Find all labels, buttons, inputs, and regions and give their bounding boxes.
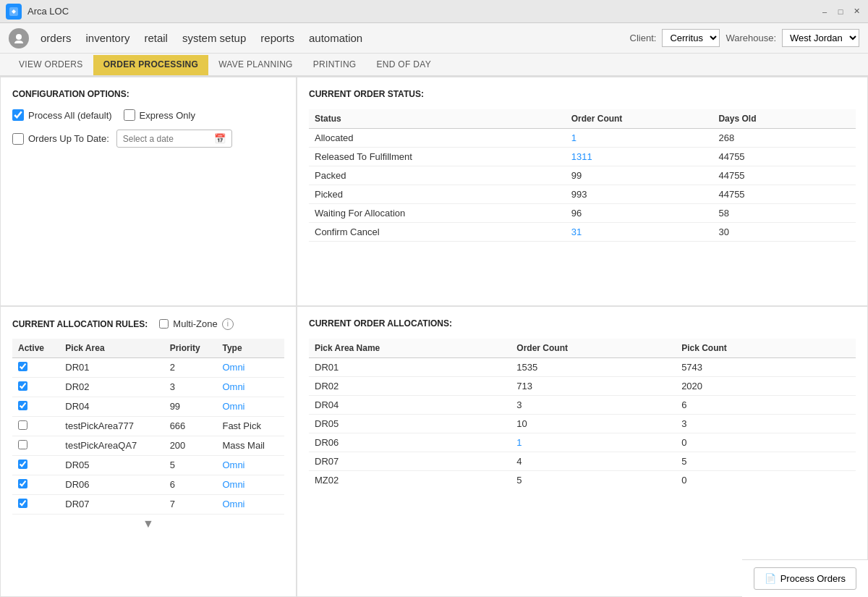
info-icon[interactable]: i (222, 318, 234, 330)
order-count-link[interactable]: 1311 (571, 151, 592, 162)
table-row: Waiting For Allocation9658 (309, 204, 856, 223)
type-link[interactable]: Omni (222, 499, 244, 509)
express-only-checkbox[interactable] (124, 109, 135, 121)
app-logo (6, 4, 22, 20)
type-cell[interactable]: Omni (216, 455, 284, 475)
priority-cell: 2 (164, 357, 217, 377)
config-panel: CONFIGURATION OPTIONS: Process All (defa… (0, 77, 297, 306)
process-all-checkbox[interactable] (12, 109, 24, 121)
active-cell[interactable] (12, 377, 59, 397)
type-link[interactable]: Omni (222, 460, 244, 470)
order-count-link[interactable]: 31 (571, 226, 582, 237)
user-icon[interactable] (9, 28, 29, 48)
order-count-cell[interactable]: 1 (566, 129, 713, 148)
nav-retail[interactable]: retail (144, 29, 168, 47)
active-cell[interactable] (12, 455, 59, 475)
process-orders-button[interactable]: 📄 Process Orders (754, 567, 856, 590)
tab-wave-planning[interactable]: WAVE PLANNING (208, 55, 303, 75)
close-button[interactable]: ✕ (851, 6, 862, 17)
alloc-order-count-link[interactable]: 1 (516, 437, 522, 448)
type-cell: Fast Pick (216, 416, 284, 436)
type-cell[interactable]: Omni (216, 357, 284, 377)
alloc-order-table-wrap[interactable]: Pick Area Name Order Count Pick Count DR… (309, 339, 856, 483)
rule-active-checkbox[interactable] (18, 420, 27, 430)
type-cell[interactable]: Omni (216, 475, 284, 494)
alloc-pick-count-cell: 2020 (676, 376, 825, 395)
nav-reports[interactable]: reports (260, 29, 294, 47)
multizone-checkbox[interactable] (159, 319, 169, 329)
tab-end-of-day[interactable]: END OF DAY (366, 55, 441, 75)
table-row: Allocated1268 (309, 129, 856, 148)
maximize-button[interactable]: □ (835, 6, 846, 17)
type-link[interactable]: Omni (222, 401, 244, 412)
active-cell[interactable] (12, 357, 59, 377)
active-cell[interactable] (12, 494, 59, 514)
type-link[interactable]: Omni (222, 362, 244, 373)
active-cell[interactable] (12, 416, 59, 436)
tab-printing[interactable]: PRINTING (303, 55, 367, 75)
alloc-pick-area-cell: DR02 (309, 376, 511, 395)
alloc-pick-count-cell: 5 (676, 452, 825, 470)
minimize-button[interactable]: – (819, 6, 830, 17)
scroll-down-button[interactable]: ▼ (12, 515, 284, 533)
type-cell[interactable]: Omni (216, 397, 284, 416)
client-select[interactable]: Cerritus (662, 29, 720, 47)
express-only-item[interactable]: Express Only (124, 109, 195, 121)
rule-active-checkbox[interactable] (18, 499, 27, 508)
status-table-wrap[interactable]: Status Order Count Days Old Allocated126… (309, 109, 856, 242)
type-link[interactable]: Omni (222, 381, 244, 392)
alloc-order-count-cell: 4 (511, 452, 676, 470)
nav-system-setup[interactable]: system setup (182, 29, 246, 47)
table-row: DR0436 (309, 395, 856, 414)
date-row: Orders Up To Date: 📅 (12, 130, 284, 148)
order-count-link[interactable]: 1 (571, 132, 576, 143)
type-link[interactable]: Omni (222, 479, 244, 490)
rule-active-checkbox[interactable] (18, 381, 27, 391)
date-input-wrap[interactable]: 📅 (116, 130, 232, 148)
order-count-cell[interactable]: 1311 (566, 148, 713, 166)
nav-automation[interactable]: automation (309, 29, 362, 47)
active-cell[interactable] (12, 475, 59, 494)
order-count-cell: 993 (566, 185, 713, 204)
status-title: CURRENT ORDER STATUS: (309, 89, 856, 99)
pick-area-cell: DR01 (59, 357, 163, 377)
priority-col-header: Priority (164, 339, 217, 358)
table-row: DR023Omni (12, 377, 284, 397)
active-cell[interactable] (12, 436, 59, 455)
process-all-label: Process All (default) (28, 110, 112, 121)
table-row: DR055Omni (12, 455, 284, 475)
rule-active-checkbox[interactable] (18, 440, 27, 449)
rules-table: Active Pick Area Priority Type DR012Omni… (12, 339, 284, 515)
multizone-wrap: Multi-Zone i (159, 318, 233, 330)
rules-table-wrap[interactable]: Active Pick Area Priority Type DR012Omni… (12, 339, 284, 515)
nav-inventory[interactable]: inventory (86, 29, 130, 47)
active-cell[interactable] (12, 397, 59, 416)
date-input[interactable] (123, 134, 210, 144)
footer-bar: 📄 Process Orders (742, 559, 868, 597)
alloc-order-count-cell[interactable]: 1 (511, 433, 676, 452)
orders-up-to-date-item[interactable]: Orders Up To Date: (12, 133, 109, 145)
rule-active-checkbox[interactable] (18, 362, 27, 371)
tab-order-processing[interactable]: ORDER PROCESSING (93, 55, 209, 75)
warehouse-select[interactable]: West Jordan (782, 29, 859, 47)
order-count-cell[interactable]: 31 (566, 223, 713, 242)
days-old-cell: 44755 (712, 148, 828, 166)
extra-cell (825, 433, 856, 452)
process-all-item[interactable]: Process All (default) (12, 109, 112, 121)
tab-view-orders[interactable]: VIEW ORDERS (9, 55, 93, 75)
rule-active-checkbox[interactable] (18, 460, 27, 469)
nav-links: orders inventory retail system setup rep… (41, 29, 630, 47)
type-cell[interactable]: Omni (216, 377, 284, 397)
rule-active-checkbox[interactable] (18, 479, 27, 488)
extra-col-header (828, 109, 856, 129)
multizone-label: Multi-Zone (173, 318, 217, 329)
nav-orders[interactable]: orders (41, 29, 72, 47)
table-row: Released To Fulfillment131144755 (309, 148, 856, 166)
orders-date-checkbox[interactable] (12, 133, 24, 145)
alloc-pick-count-cell: 3 (676, 414, 825, 433)
type-cell[interactable]: Omni (216, 494, 284, 514)
alloc-pick-area-cell: DR07 (309, 452, 511, 470)
rule-active-checkbox[interactable] (18, 401, 27, 410)
pick-area-cell: DR07 (59, 494, 163, 514)
alloc-order-count-cell: 1535 (511, 357, 676, 376)
